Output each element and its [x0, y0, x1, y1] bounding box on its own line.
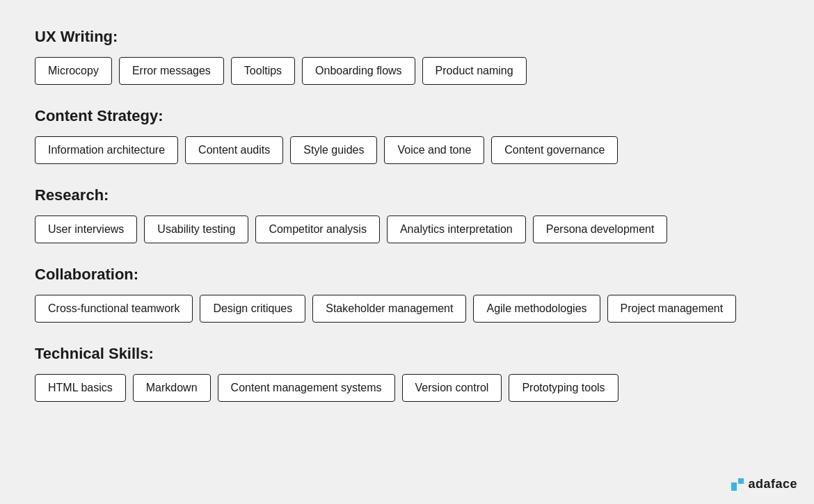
- tags-row-research: User interviewsUsability testingCompetit…: [35, 216, 779, 243]
- branding: adaface: [731, 477, 797, 491]
- tag-item[interactable]: Design critiques: [200, 295, 305, 323]
- tags-row-ux-writing: MicrocopyError messagesTooltipsOnboardin…: [35, 57, 779, 85]
- section-research: Research:User interviewsUsability testin…: [35, 186, 779, 243]
- tag-item[interactable]: Cross-functional teamwork: [35, 295, 193, 323]
- svg-rect-0: [731, 482, 737, 491]
- section-collaboration: Collaboration:Cross-functional teamworkD…: [35, 266, 779, 323]
- tag-item[interactable]: Style guides: [290, 136, 377, 164]
- tag-item[interactable]: Tooltips: [231, 57, 295, 85]
- tag-item[interactable]: Voice and tone: [384, 136, 484, 164]
- tag-item[interactable]: Project management: [607, 295, 737, 323]
- section-content-strategy: Content Strategy:Information architectur…: [35, 107, 779, 164]
- tag-item[interactable]: HTML basics: [35, 374, 126, 402]
- tag-item[interactable]: Content management systems: [218, 374, 395, 402]
- tag-item[interactable]: Microcopy: [35, 57, 112, 85]
- tag-item[interactable]: Prototyping tools: [509, 374, 618, 402]
- section-title-collaboration: Collaboration:: [35, 266, 779, 284]
- tags-row-content-strategy: Information architectureContent auditsSt…: [35, 136, 779, 164]
- tag-item[interactable]: Product naming: [422, 57, 527, 85]
- svg-rect-1: [738, 478, 744, 484]
- tag-item[interactable]: Onboarding flows: [302, 57, 415, 85]
- brand-name: adaface: [748, 477, 797, 491]
- tags-row-collaboration: Cross-functional teamworkDesign critique…: [35, 295, 779, 323]
- adaface-icon: [731, 478, 744, 491]
- section-title-content-strategy: Content Strategy:: [35, 107, 779, 125]
- tag-item[interactable]: User interviews: [35, 216, 137, 243]
- section-title-ux-writing: UX Writing:: [35, 28, 779, 46]
- tag-item[interactable]: Markdown: [133, 374, 211, 402]
- tag-item[interactable]: Information architecture: [35, 136, 178, 164]
- section-title-research: Research:: [35, 186, 779, 204]
- tag-item[interactable]: Analytics interpretation: [387, 216, 526, 243]
- tag-item[interactable]: Content governance: [491, 136, 618, 164]
- tag-item[interactable]: Version control: [402, 374, 502, 402]
- tag-item[interactable]: Persona development: [533, 216, 668, 243]
- tag-item[interactable]: Error messages: [119, 57, 224, 85]
- tag-item[interactable]: Content audits: [185, 136, 283, 164]
- section-technical-skills: Technical Skills:HTML basicsMarkdownCont…: [35, 345, 779, 402]
- tag-item[interactable]: Agile methodologies: [473, 295, 600, 323]
- tags-row-technical-skills: HTML basicsMarkdownContent management sy…: [35, 374, 779, 402]
- section-ux-writing: UX Writing:MicrocopyError messagesToolti…: [35, 28, 779, 85]
- tag-item[interactable]: Competitor analysis: [255, 216, 380, 243]
- tag-item[interactable]: Usability testing: [144, 216, 248, 243]
- tag-item[interactable]: Stakeholder management: [312, 295, 466, 323]
- section-title-technical-skills: Technical Skills:: [35, 345, 779, 363]
